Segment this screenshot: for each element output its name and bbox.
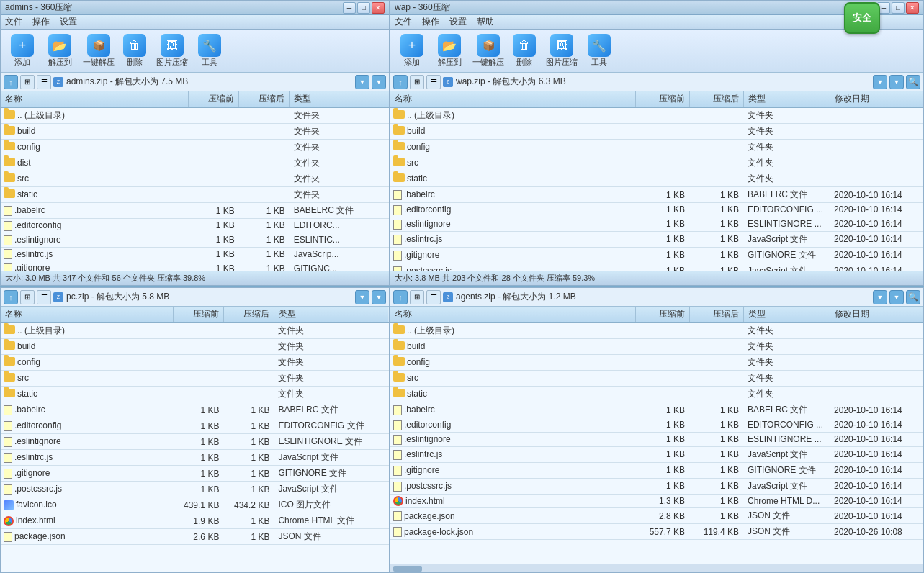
table-row[interactable]: .eslintrc.js 1 KB 1 KB JavaScript 文件 202… [390,231,923,247]
table-row[interactable]: config 文件夹 [1,140,389,155]
agents-view-icon-1[interactable]: ⊞ [410,290,424,304]
wap-close-btn[interactable]: ✕ [906,2,919,14]
table-row[interactable]: .. (上级目录) 文件夹 [390,107,923,124]
admins-file-list[interactable]: 名称 压缩前 压缩后 类型 .. (上级目录) 文件夹 build 文件夹 co… [1,91,389,271]
table-row[interactable]: .editorconfig 1 KB 1 KB EDITORCONFIG ...… [390,203,923,217]
wap-onekey-button[interactable]: 📦 一键解压 [470,32,507,70]
agents-up-btn[interactable]: ↑ [393,290,408,304]
wap-extract-button[interactable]: 📂 解压到 [432,32,467,70]
table-row[interactable]: build 文件夹 [1,339,389,355]
wap-file-list[interactable]: 名称 压缩前 压缩后 类型 修改日期 .. (上级目录) 文件夹 build 文… [390,91,923,271]
table-row[interactable]: .. (上级目录) 文件夹 [390,322,923,339]
view-icon-2[interactable]: ☰ [37,75,51,89]
table-row[interactable]: src 文件夹 [390,155,923,171]
table-row[interactable]: .babelrc 1 KB 1 KB BABELRC 文件 [1,402,389,418]
table-row[interactable]: package.json 2.6 KB 1 KB JSON 文件 [1,529,389,545]
table-row[interactable]: .babelrc 1 KB 1 KB BABELRC 文件 2020-10-10… [390,402,923,418]
table-row[interactable]: .postcssrc.js 1 KB 1 KB JavaScript 文件 20… [390,478,923,494]
table-row[interactable]: .eslintignore 1 KB 1 KB ESLINTIC... [1,233,389,247]
add-button[interactable]: + 添加 [5,32,40,70]
table-row[interactable]: static 文件夹 [390,387,923,402]
wap-menu-help[interactable]: 帮助 [477,16,494,28]
maximize-btn[interactable]: □ [357,2,370,14]
table-row[interactable]: package-lock.json 557.7 KB 119.4 KB JSON… [390,524,923,540]
menu-settings[interactable]: 设置 [60,16,77,28]
table-row[interactable]: favicon.ico 439.1 KB 434.2 KB ICO 图片文件 [1,497,389,513]
table-row[interactable]: .babelrc 1 KB 1 KB BABELRC 文件 2020-10-10… [390,187,923,203]
wap-maximize-btn[interactable]: □ [892,2,905,14]
img-compress-button[interactable]: 🖼 图片压缩 [152,32,192,70]
minimize-btn[interactable]: ─ [343,2,356,14]
table-row[interactable]: src 文件夹 [1,371,389,387]
table-row[interactable]: static 文件夹 [390,171,923,187]
wap-menu-operate[interactable]: 操作 [422,16,439,28]
table-row[interactable]: build 文件夹 [390,339,923,355]
pc-file-list[interactable]: 名称 压缩前 压缩后 类型 .. (上级目录) 文件夹 build 文件夹 co… [1,307,389,572]
table-row[interactable]: src 文件夹 [390,371,923,387]
tools-button[interactable]: 🔧 工具 [195,32,224,70]
table-row[interactable]: build 文件夹 [390,124,923,140]
wap-dropdown-btn[interactable]: ▼ [873,75,887,89]
table-row[interactable]: .. (上级目录) 文件夹 [1,107,389,124]
table-row[interactable]: .. (上级目录) 文件夹 [1,322,389,339]
table-row[interactable]: .postcssrc.js 1 KB 1 KB JavaScript 文件 [1,482,389,497]
table-row[interactable]: src 文件夹 [1,171,389,187]
table-row[interactable]: .editorconfig 1 KB 1 KB EDITORC... [1,219,389,233]
table-row[interactable]: .eslintrc.js 1 KB 1 KB JavaScript 文件 202… [390,446,923,462]
wap-search-btn[interactable]: 🔍 [906,75,920,89]
agents-dropdown-btn[interactable]: ▼ [873,290,887,304]
table-row[interactable]: config 文件夹 [390,140,923,155]
table-row[interactable]: .eslintrc.js 1 KB 1 KB JavaScript 文件 [1,450,389,466]
pc-dropdown-btn[interactable]: ▼ [355,290,369,304]
table-row[interactable]: .eslintignore 1 KB 1 KB ESLINTIGNORE ...… [390,217,923,231]
pc-dropdown-btn2[interactable]: ▼ [372,290,386,304]
wap-delete-button[interactable]: 🗑 删除 [510,32,539,70]
table-row[interactable]: .gitignore 1 KB 1 KB GITIGNORE 文件 2020-1… [390,247,923,263]
extract-button[interactable]: 📂 解压到 [42,32,77,70]
close-btn[interactable]: ✕ [372,2,385,14]
table-row[interactable]: .gitignore 1 KB 1 KB GITIGNORE 文件 [1,466,389,482]
table-row[interactable]: .eslintignore 1 KB 1 KB ESLINTIGNORE 文件 [1,434,389,450]
table-row[interactable]: index.html 1.3 KB 1 KB Chrome HTML D... … [390,494,923,508]
table-row[interactable]: build 文件夹 [1,124,389,140]
table-row[interactable]: .eslintrc.js 1 KB 1 KB JavaScrip... [1,247,389,261]
wap-up-btn[interactable]: ↑ [393,75,408,89]
pc-view-icon-1[interactable]: ⊞ [20,290,35,304]
table-row[interactable]: .eslintignore 1 KB 1 KB ESLINTIGNORE ...… [390,432,923,446]
wap-menu-file[interactable]: 文件 [395,16,412,28]
menu-file[interactable]: 文件 [5,16,22,28]
onekey-extract-button[interactable]: 📦 一键解压 [80,32,117,70]
dropdown-btn[interactable]: ▼ [355,75,369,89]
table-row[interactable]: index.html 1.9 KB 1 KB Chrome HTML 文件 [1,513,389,529]
table-row[interactable]: .editorconfig 1 KB 1 KB EDITORCONFIG ...… [390,418,923,433]
wap-view-icon-2[interactable]: ☰ [426,75,441,89]
view-icon-1[interactable]: ⊞ [20,75,35,89]
table-row[interactable]: .babelrc 1 KB 1 KB BABELRC 文件 [1,203,389,219]
table-row[interactable]: .gitignore 1 KB 1 KB GITIGNORE 文件 2020-1… [390,462,923,478]
wap-dropdown-btn2[interactable]: ▼ [889,75,904,89]
table-row[interactable]: config 文件夹 [1,355,389,371]
menu-operate[interactable]: 操作 [32,16,50,28]
wap-add-button[interactable]: + 添加 [395,32,429,70]
agents-dropdown-btn2[interactable]: ▼ [889,290,904,304]
wap-view-icon-1[interactable]: ⊞ [410,75,424,89]
agents-search-btn[interactable]: 🔍 [906,290,920,304]
table-row[interactable]: .editorconfig 1 KB 1 KB EDITORCONFIG 文件 [1,418,389,434]
pc-up-btn[interactable]: ↑ [4,290,18,304]
wap-imgcompress-button[interactable]: 🖼 图片压缩 [542,32,582,70]
up-btn[interactable]: ↑ [4,75,18,89]
table-row[interactable]: static 文件夹 [1,387,389,402]
table-row[interactable]: .postcssrc.js 1 KB 1 KB JavaScript 文件 20… [390,263,923,271]
wap-tools-button[interactable]: 🔧 工具 [585,32,614,70]
pc-view-icon-2[interactable]: ☰ [37,290,51,304]
agents-scrollbar[interactable] [390,564,923,572]
table-row[interactable]: config 文件夹 [390,355,923,371]
table-row[interactable]: package.json 2.8 KB 1 KB JSON 文件 2020-10… [390,508,923,524]
table-row[interactable]: .gitignore 1 KB 1 KB GITIGNC... [1,261,389,271]
delete-button[interactable]: 🗑 删除 [120,32,149,70]
table-row[interactable]: static 文件夹 [1,187,389,203]
dropdown-btn2[interactable]: ▼ [372,75,386,89]
table-row[interactable]: dist 文件夹 [1,155,389,171]
agents-view-icon-2[interactable]: ☰ [426,290,441,304]
agents-file-list[interactable]: 名称 压缩前 压缩后 类型 修改日期 .. (上级目录) 文件夹 build 文… [390,307,923,564]
